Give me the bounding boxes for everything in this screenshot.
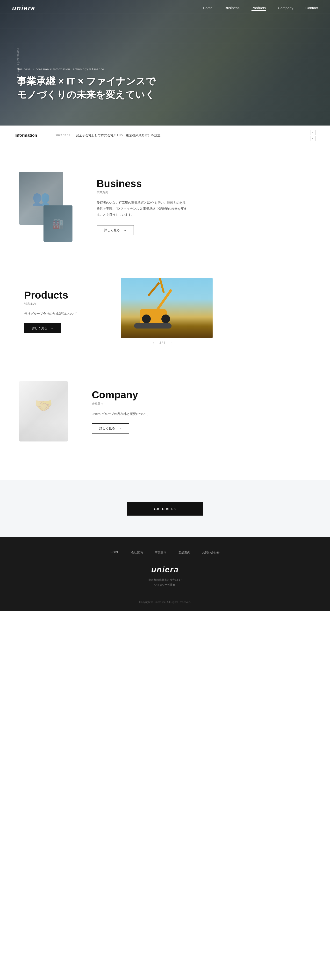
business-images xyxy=(19,172,72,242)
products-detail-button[interactable]: 詳しく見る → xyxy=(24,323,61,333)
main-nav: Home Business Products Company Contact xyxy=(203,6,318,11)
company-image xyxy=(19,381,68,441)
contact-button[interactable]: Contact us xyxy=(127,502,203,515)
products-image xyxy=(121,278,213,338)
carousel-next[interactable]: → xyxy=(168,340,172,345)
business-description: 後継者のいない町工場の事業承継とDX化を行い、持続力のある経営を実現。ITXファ… xyxy=(97,200,188,218)
information-label: Information xyxy=(14,133,46,138)
info-arrow-down[interactable]: ▼ xyxy=(310,136,316,141)
nav-home[interactable]: Home xyxy=(203,6,213,11)
company-title-en: Company xyxy=(92,389,306,401)
footer-copyright: Copyright © uniera inc. All Rights Reser… xyxy=(14,595,316,603)
hero-title: 事業承継 × IT × ファイナンスで モノづくりの未来を変えていく xyxy=(17,74,156,101)
contact-section: Contact us xyxy=(0,480,330,537)
footer-nav: HOME 会社案内 事業案内 製品案内 お問い合わせ xyxy=(14,550,316,555)
business-content: Business 事業案内 後継者のいない町工場の事業承継とDX化を行い、持続力… xyxy=(97,178,306,235)
nav-products[interactable]: Products xyxy=(252,6,266,11)
footer: HOME 会社案内 事業案内 製品案内 お問い合わせ uniera 東京都武蔵野… xyxy=(0,537,330,611)
company-description: uniera グループの所在地と概要について xyxy=(92,411,306,417)
business-detail-button[interactable]: 詳しく見る → xyxy=(97,225,134,235)
nav-business[interactable]: Business xyxy=(225,6,239,11)
company-title-ja: 会社案内 xyxy=(92,402,306,406)
hero-content: Business Succession × Information Techno… xyxy=(17,68,156,101)
information-arrows: ▲ ▼ xyxy=(310,130,316,141)
products-title-ja: 製品案内 xyxy=(24,302,102,306)
nav-contact[interactable]: Contact xyxy=(305,6,318,11)
hero-background xyxy=(0,0,330,126)
footer-nav-business[interactable]: 事業案内 xyxy=(155,550,166,555)
business-title-ja: 事業案内 xyxy=(97,191,306,194)
business-image-2 xyxy=(43,205,72,242)
hero-section: uniera Home Business Products Company Co… xyxy=(0,0,330,126)
nav-company[interactable]: Company xyxy=(278,6,293,11)
footer-nav-company[interactable]: 会社案内 xyxy=(131,550,143,555)
business-section: Business 事業案内 後継者のいない町工場の事業承継とDX化を行い、持続力… xyxy=(0,162,330,251)
footer-nav-products[interactable]: 製品案内 xyxy=(179,550,190,555)
information-date: 2022.07.07 xyxy=(56,134,70,137)
company-content: Company 会社案内 uniera グループの所在地と概要について 詳しく見… xyxy=(92,389,306,434)
products-section: Products 製品案内 当社グループ会社の作成製品について 詳しく見る → xyxy=(0,268,330,355)
products-content: Products 製品案内 当社グループ会社の作成製品について 詳しく見る → xyxy=(24,290,102,333)
header: uniera Home Business Products Company Co… xyxy=(0,0,330,16)
info-arrow-up[interactable]: ▲ xyxy=(310,130,316,135)
products-title-en: Products xyxy=(24,290,102,301)
hero-subtitle: Business Succession × Information Techno… xyxy=(17,68,156,71)
footer-nav-contact[interactable]: お問い合わせ xyxy=(202,550,220,555)
products-description: 当社グループ会社の作成製品について xyxy=(24,311,102,317)
carousel-prev[interactable]: ← xyxy=(152,340,156,345)
footer-address: 東京都武蔵野市吉祥寺13-17 ジオタワー朝日3F xyxy=(14,578,316,587)
carousel-indicator: 2 / 4 xyxy=(159,341,165,344)
business-title-en: Business xyxy=(97,178,306,189)
information-text: 完全子会社として株式会社FLUID（東京都武蔵野市）を設立 xyxy=(76,133,305,138)
logo[interactable]: uniera xyxy=(12,4,35,12)
products-image-wrap: ← 2 / 4 → xyxy=(121,278,311,345)
company-detail-button[interactable]: 詳しく見る → xyxy=(92,423,129,434)
information-bar: Information 2022.07.07 完全子会社として株式会社FLUID… xyxy=(0,126,330,145)
carousel-controls: ← 2 / 4 → xyxy=(121,340,311,345)
footer-logo: uniera xyxy=(14,565,316,574)
footer-nav-home[interactable]: HOME xyxy=(110,550,119,555)
company-section: Company 会社案内 uniera グループの所在地と概要について 詳しく見… xyxy=(0,371,330,451)
